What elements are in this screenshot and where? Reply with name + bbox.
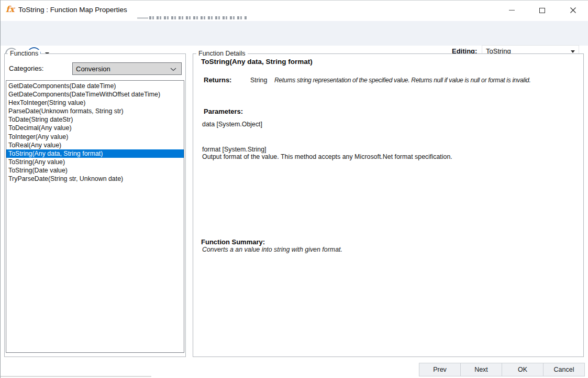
parameters-label: Parameters: <box>204 107 243 115</box>
parameter-name: format [System.String] <box>202 146 267 153</box>
categories-label: Categories: <box>9 64 43 72</box>
background-window-artifact <box>137 17 148 19</box>
window-border-left <box>0 0 1 378</box>
toolbar: Editing: ToString <box>0 21 588 46</box>
close-button[interactable] <box>558 0 588 20</box>
maximize-button[interactable] <box>527 0 558 20</box>
functions-groupbox: Functions Categories: Conversion GetDate… <box>4 53 186 357</box>
parameter-description: Output format of the value. This method … <box>202 153 452 160</box>
next-button[interactable]: Next <box>460 363 502 376</box>
function-list-item[interactable]: TryParseDate(String str, Unknown date) <box>7 175 184 183</box>
categories-combobox-value: Conversion <box>76 65 110 73</box>
fx-app-icon: fx <box>6 4 14 14</box>
minimize-icon <box>509 10 515 10</box>
window-border-top <box>0 0 588 1</box>
maximize-icon <box>539 8 545 13</box>
function-list-item[interactable]: ToDate(String dateStr) <box>7 115 184 124</box>
cancel-button[interactable]: Cancel <box>543 363 585 376</box>
prev-button[interactable]: Prev <box>419 363 461 376</box>
chevron-down-icon <box>170 68 176 71</box>
background-window-artifact <box>0 376 151 377</box>
function-list-item[interactable]: ToString(Date value) <box>7 166 184 175</box>
function-list-item[interactable]: ToInteger(Any value) <box>7 133 184 141</box>
function-summary-label: Function Summary: <box>201 238 265 246</box>
ok-button[interactable]: OK <box>502 363 543 376</box>
function-list-item[interactable]: ToReal(Any value) <box>7 141 184 149</box>
function-details-group-label: Function Details <box>196 50 248 58</box>
returns-description: Returns string representation of the spe… <box>274 77 530 84</box>
returns-label: Returns: <box>204 76 231 84</box>
returns-type: String <box>250 77 267 84</box>
window-title: ToString : Function Map Properties <box>18 6 127 14</box>
title-bar[interactable]: fx ToString : Function Map Properties <box>0 0 588 21</box>
function-details-groupbox: Function Details ToString(Any data, Stri… <box>193 53 584 357</box>
parameter-name: data [System.Object] <box>202 121 262 128</box>
function-map-properties-window: fx ToString : Function Map Properties <box>0 0 588 378</box>
function-signature: ToString(Any data, String format) <box>201 58 313 66</box>
footer-buttons: PrevNextOKCancel <box>419 363 585 376</box>
function-list-item[interactable]: GetDateComponents(DateTimeWithOffset dat… <box>7 90 184 99</box>
caret-down-icon <box>571 50 575 53</box>
functions-group-label: Functions <box>8 50 40 58</box>
background-window-artifact <box>149 16 247 19</box>
function-list-item[interactable]: ToString(Any value) <box>7 158 184 166</box>
close-icon <box>570 7 576 14</box>
minimize-button[interactable] <box>496 0 527 20</box>
function-list-item[interactable]: ToDecimal(Any value) <box>7 124 184 132</box>
categories-combobox[interactable]: Conversion <box>72 62 182 75</box>
function-list-item[interactable]: HexToInteger(String value) <box>7 99 184 107</box>
function-list-item[interactable]: GetDateComponents(Date dateTime) <box>7 82 184 90</box>
function-summary-text: Converts a an value into string with giv… <box>202 246 342 253</box>
function-list-item[interactable]: ToString(Any data, String format) <box>6 149 184 158</box>
function-list: GetDateComponents(Date dateTime)GetDateC… <box>6 80 184 353</box>
function-list-item[interactable]: ParseDate(Unknown formats, String str) <box>7 107 184 115</box>
